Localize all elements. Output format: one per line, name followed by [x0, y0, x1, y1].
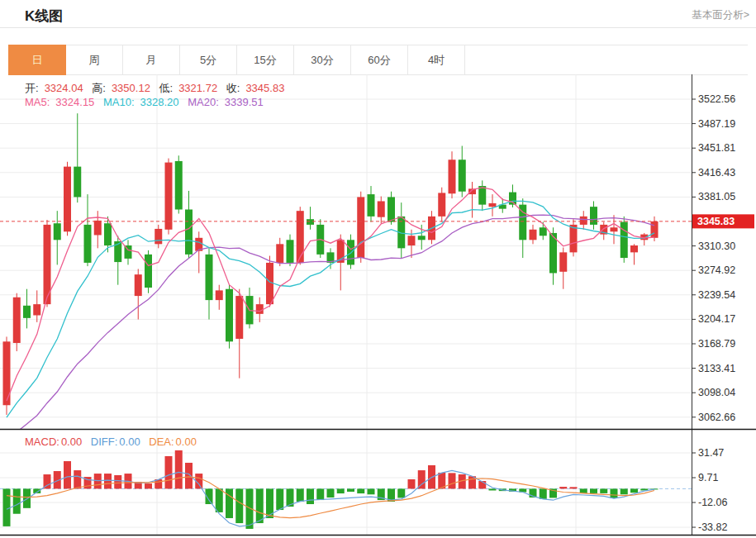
candle-body: [368, 194, 375, 217]
macd-bar: [590, 488, 597, 493]
tab-week[interactable]: 周: [65, 45, 123, 75]
tab-day[interactable]: 日: [8, 45, 66, 75]
macd-bar: [347, 488, 354, 492]
axis-tick-label: 3487.19: [698, 118, 735, 130]
macd-bar: [165, 456, 173, 488]
candle-body: [185, 209, 193, 254]
macd-bar: [327, 488, 335, 498]
tab-30min[interactable]: 30分: [293, 45, 351, 75]
macd-bar: [489, 488, 497, 490]
macd-bar: [316, 488, 324, 500]
candle-body: [307, 219, 314, 225]
candle-body: [611, 227, 618, 231]
candle-body: [64, 167, 71, 232]
tab-5min[interactable]: 5分: [179, 45, 237, 75]
macd-bar: [216, 488, 223, 512]
tab-15min[interactable]: 15分: [236, 45, 294, 75]
current-price-tag-text: 3345.83: [697, 216, 735, 227]
kline-chart-canvas[interactable]: 3522.563487.193451.813416.433381.053310.…: [0, 74, 756, 538]
tab-4hour[interactable]: 4时: [407, 45, 465, 75]
candle-body: [540, 227, 547, 236]
widget-header: K线图 基本面分析>: [0, 0, 756, 28]
candle-body: [408, 236, 416, 245]
candle-body: [449, 159, 456, 193]
macd-bar: [64, 461, 71, 488]
macd-bar: [540, 488, 547, 498]
axis-tick-label: 3098.04: [698, 387, 735, 398]
candle-body: [590, 207, 597, 225]
kline-chart-area[interactable]: 3522.563487.193451.813416.433381.053310.…: [0, 74, 756, 538]
candle-body: [418, 236, 426, 240]
chart-line: [7, 201, 654, 417]
candle-body: [559, 252, 567, 271]
kline-widget: K线图 基本面分析> 日 周 月 5分 15分 30分 60分 4时 3522.…: [0, 0, 756, 538]
macd-bar: [297, 488, 304, 502]
macd-bar: [145, 483, 152, 488]
candle-body: [23, 306, 31, 318]
axis-tick-label: 3381.05: [698, 191, 735, 202]
axis-tick-label: 3168.79: [698, 338, 735, 350]
macd-bar: [397, 488, 405, 498]
macd-bar: [307, 488, 314, 504]
axis-tick-label: -12.06: [698, 497, 727, 508]
candle-body: [276, 244, 283, 263]
candle-body: [165, 163, 173, 230]
chart-line: [7, 470, 654, 526]
macd-bar: [600, 488, 607, 493]
axis-tick-label: 31.47: [698, 447, 724, 459]
candle-body: [459, 159, 466, 191]
tab-60min[interactable]: 60分: [350, 45, 408, 75]
macd-bar: [104, 474, 112, 488]
macd-bar: [175, 450, 183, 488]
candle-body: [287, 240, 294, 263]
candle-body: [226, 289, 233, 342]
candle-body: [256, 304, 264, 314]
macd-bar: [13, 488, 21, 513]
axis-tick-label: 3239.54: [698, 289, 735, 301]
candle-body: [357, 197, 364, 258]
macd-bar: [357, 488, 364, 493]
tab-month[interactable]: 月: [122, 45, 180, 75]
axis-tick-label: -33.82: [698, 521, 727, 533]
candle-body: [530, 230, 537, 240]
macd-bar: [611, 488, 618, 498]
axis-tick-label: 3062.66: [698, 412, 735, 423]
candle-body: [155, 229, 162, 244]
candle-body: [297, 211, 304, 263]
candle-body: [135, 274, 142, 296]
macd-bar: [580, 488, 587, 493]
macd-bar: [620, 488, 628, 494]
macd-bar: [226, 488, 233, 518]
axis-tick-label: 3416.43: [698, 167, 735, 179]
macd-bar: [185, 463, 193, 488]
macd-bar: [74, 470, 81, 488]
macd-bar: [449, 473, 456, 488]
macd-bar: [630, 488, 638, 493]
candle-body: [216, 290, 223, 300]
chart-line: [7, 188, 654, 401]
candle-body: [74, 167, 81, 198]
candle-body: [570, 225, 578, 252]
candle-body: [580, 217, 587, 225]
macd-bar: [368, 488, 375, 494]
candle-body: [630, 245, 638, 252]
candle-body: [206, 255, 213, 300]
macd-bar: [559, 487, 567, 488]
candle-body: [651, 221, 659, 238]
axis-tick-label: 9.71: [698, 472, 718, 483]
tabbar-filler: [465, 45, 748, 75]
candle-body: [94, 221, 102, 236]
axis-tick-label: 3451.81: [698, 142, 735, 154]
axis-tick-label: 3204.17: [698, 313, 735, 325]
candle-body: [84, 225, 92, 263]
macd-bar: [337, 488, 345, 493]
fundamental-analysis-link[interactable]: 基本面分析>: [692, 8, 749, 22]
page-title: K线图: [25, 7, 63, 26]
macd-bar: [235, 488, 243, 523]
candle-body: [489, 203, 497, 207]
macd-bar: [408, 479, 416, 488]
axis-tick-label: 3133.41: [698, 363, 735, 374]
candle-body: [388, 197, 395, 221]
axis-tick-label: 3310.30: [698, 240, 735, 252]
period-tabbar: 日 周 月 5分 15分 30分 60分 4时: [8, 45, 748, 75]
